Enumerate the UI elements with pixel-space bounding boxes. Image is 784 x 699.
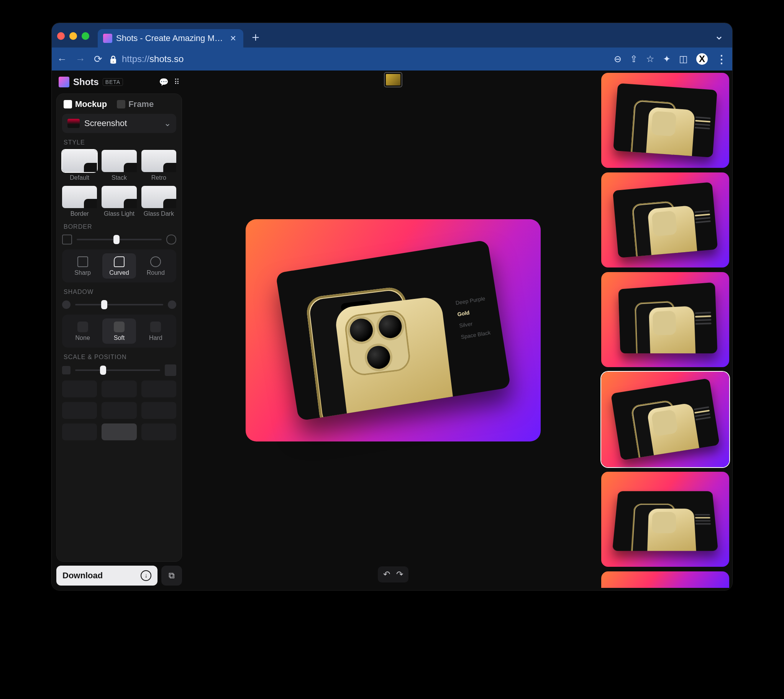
style-label: Retro <box>151 174 166 181</box>
shadow-options: NoneSoftHard <box>62 315 176 348</box>
border-options: SharpCurvedRound <box>62 250 176 282</box>
lock-icon <box>108 54 118 65</box>
position-cell-5[interactable] <box>141 402 176 419</box>
color-option: Gold <box>457 306 487 317</box>
style-retro[interactable]: Retro <box>141 150 176 181</box>
browser-window: Shots - Create Amazing Mocku ✕ ＋ ← → ⟳ h… <box>52 23 732 590</box>
sidepanel-icon[interactable]: ◫ <box>679 54 688 65</box>
gallery <box>600 71 732 590</box>
position-cell-3[interactable] <box>62 402 97 419</box>
tabs-menu-button[interactable] <box>714 29 724 42</box>
color-option: Deep Purple <box>455 295 486 306</box>
mockup-select[interactable]: Screenshot ⌄ <box>62 114 176 133</box>
minimize-window-icon[interactable] <box>69 32 77 40</box>
style-swatch <box>141 150 176 172</box>
layer-thumb[interactable] <box>384 72 402 88</box>
style-glass-dark[interactable]: Glass Dark <box>141 186 176 217</box>
profile-badge-icon[interactable]: X <box>696 53 708 65</box>
scale-slider-row <box>62 364 176 376</box>
position-cell-2[interactable] <box>141 381 176 398</box>
canvas[interactable]: Deep PurpleGoldSilverSpace Black ↶ ↷ <box>187 71 600 590</box>
border-opt-icon <box>78 257 88 267</box>
chat-icon[interactable]: 💬 <box>159 78 169 87</box>
url-host: shots.so <box>149 54 184 64</box>
shadow-slider[interactable] <box>75 299 163 310</box>
shadow-opt-none[interactable]: None <box>66 318 99 344</box>
position-cell-4[interactable] <box>101 402 136 419</box>
tab-close-icon[interactable]: ✕ <box>228 34 238 43</box>
gallery-item-1[interactable] <box>601 172 729 267</box>
apps-icon[interactable]: ⠿ <box>174 78 180 87</box>
forward-icon[interactable]: → <box>76 53 86 65</box>
app-name: Shots <box>73 77 99 88</box>
position-cell-8[interactable] <box>141 424 176 440</box>
mode-mockup[interactable]: Mockup <box>64 99 107 109</box>
mockup-preview[interactable]: Deep PurpleGoldSilverSpace Black <box>246 219 541 441</box>
style-default[interactable]: Default <box>62 150 97 181</box>
back-icon[interactable]: ← <box>57 53 67 65</box>
history-bar: ↶ ↷ <box>378 566 409 583</box>
url-actions: ⊖ ⇪ ☆ ✦ ◫ X <box>614 53 727 66</box>
border-max-icon <box>166 235 176 245</box>
chevron-down-icon: ⌄ <box>164 118 171 128</box>
scale-max-icon <box>165 364 176 376</box>
close-window-icon[interactable] <box>57 32 65 40</box>
sidebar: Shots BETA 💬 ⠿ Mockup Frame Screenshot ⌄… <box>52 71 187 590</box>
style-swatch <box>62 150 97 172</box>
gallery-card <box>613 83 717 157</box>
position-cell-0[interactable] <box>62 381 97 398</box>
section-border: BORDER <box>64 224 175 230</box>
style-stack[interactable]: Stack <box>101 150 136 181</box>
phone-back <box>334 296 458 421</box>
browser-menu-icon[interactable] <box>716 53 727 66</box>
gallery-item-3[interactable] <box>601 372 729 467</box>
window-controls <box>57 31 89 40</box>
gallery-item-2[interactable] <box>601 272 729 367</box>
section-shadow: SHADOW <box>64 288 175 295</box>
maximize-window-icon[interactable] <box>82 32 89 40</box>
shadow-opt-soft[interactable]: Soft <box>102 318 136 344</box>
position-cell-6[interactable] <box>62 424 97 440</box>
mockup-select-thumb-icon <box>68 119 80 128</box>
position-grid <box>62 381 176 440</box>
new-tab-button[interactable]: ＋ <box>243 29 268 46</box>
gallery-item-5[interactable] <box>601 571 729 588</box>
mockup-select-label: Screenshot <box>84 118 127 128</box>
border-slider[interactable] <box>77 234 162 245</box>
mode-frame[interactable]: Frame <box>117 99 154 109</box>
border-min-icon <box>62 235 72 245</box>
undo-icon[interactable]: ↶ <box>383 570 390 580</box>
reload-icon[interactable]: ⟳ <box>94 53 102 65</box>
color-options: Deep PurpleGoldSilverSpace Black <box>455 295 491 340</box>
address-field[interactable]: https://shots.so <box>108 54 612 65</box>
controls-panel: Mockup Frame Screenshot ⌄ STYLE DefaultS… <box>56 93 182 562</box>
position-cell-7[interactable] <box>101 424 136 440</box>
app-logo-icon <box>59 77 69 88</box>
download-button[interactable]: Download ↓ <box>56 566 157 586</box>
style-glass-light[interactable]: Glass Light <box>101 186 136 217</box>
nav-controls: ← → ⟳ <box>57 53 106 65</box>
style-border[interactable]: Border <box>62 186 97 217</box>
style-swatch <box>101 186 136 208</box>
position-cell-1[interactable] <box>101 381 136 398</box>
shadow-max-icon <box>168 300 176 309</box>
shadow-opt-hard[interactable]: Hard <box>139 318 172 344</box>
gallery-card <box>611 378 719 460</box>
style-label: Border <box>71 210 89 217</box>
border-opt-icon <box>150 257 161 267</box>
border-opt-sharp[interactable]: Sharp <box>66 253 99 278</box>
border-opt-curved[interactable]: Curved <box>102 253 136 278</box>
redo-icon[interactable]: ↷ <box>396 570 403 580</box>
bookmark-icon[interactable]: ☆ <box>646 54 655 65</box>
gallery-card <box>619 282 718 354</box>
border-opt-round[interactable]: Round <box>139 253 172 278</box>
gallery-item-0[interactable] <box>601 73 729 168</box>
scale-slider[interactable] <box>75 365 160 376</box>
gallery-item-4[interactable] <box>601 472 729 567</box>
extensions-icon[interactable]: ✦ <box>663 54 671 65</box>
copy-button[interactable]: ⧉ <box>161 566 182 586</box>
zoom-out-icon[interactable]: ⊖ <box>614 54 622 65</box>
share-icon[interactable]: ⇪ <box>630 54 638 65</box>
shadow-opt-icon <box>78 321 88 332</box>
browser-tab[interactable]: Shots - Create Amazing Mocku ✕ <box>98 29 243 48</box>
